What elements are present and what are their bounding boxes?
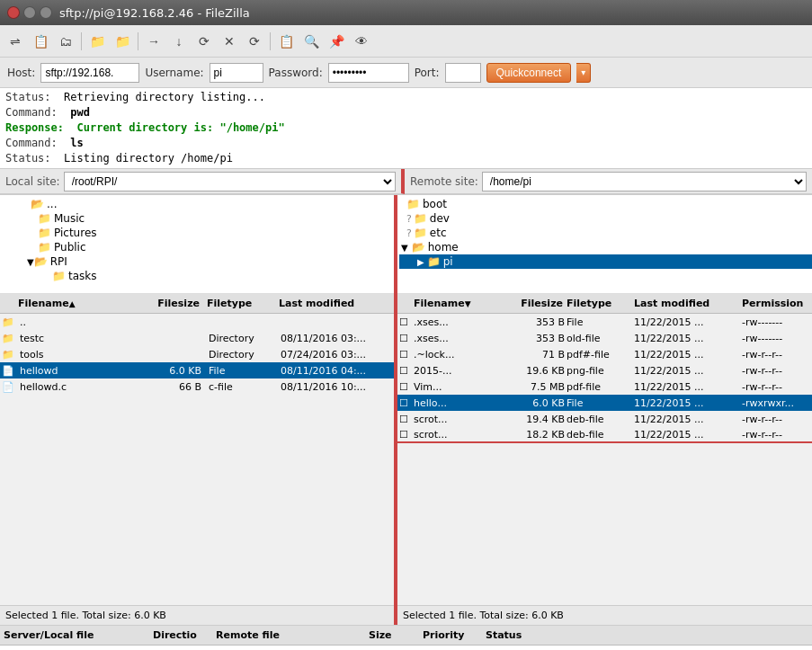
queue-col-direction: Directio: [153, 629, 216, 641]
tree-item-pictures[interactable]: 📁 Pictures: [2, 226, 392, 240]
tree-item-music[interactable]: 📁 Music: [2, 211, 392, 226]
remote-row-hello[interactable]: ☐ hello... 6.0 KB File 11/22/2015 ... -r…: [397, 395, 812, 411]
remote-row-vim[interactable]: ☐ Vim... 7.5 MB pdf-file 11/22/2015 ... …: [397, 378, 812, 395]
remote-site-path[interactable]: /home/pi: [482, 172, 807, 191]
toolbar-btn-refresh-remote[interactable]: 📁: [111, 30, 134, 53]
log-label-4: Command:: [5, 137, 58, 149]
local-file-rows: 📁 .. 📁 testc Directory 08/11/2016 03:...…: [0, 314, 394, 395]
toolbar-btn-search[interactable]: 🔍: [299, 30, 323, 53]
port-input[interactable]: [445, 63, 481, 83]
toolbar-btn-download[interactable]: ↓: [167, 30, 191, 53]
local-filetree: 📂 ... 📁 Music 📁 Pictures 📁 Public ▼: [0, 195, 394, 294]
local-row-hellowd-c[interactable]: 📄 hellowd.c 66 B c-file 08/11/2016 10:..…: [0, 378, 394, 395]
folder-icon-pi: 📁: [427, 255, 441, 268]
queue-header: Server/Local file Directio Remote file S…: [0, 626, 812, 646]
toolbar-btn-sitemanager[interactable]: 🗂: [54, 30, 77, 53]
queue-row-server[interactable]: 🖥 sftp://pi@192.168.2....: [0, 646, 812, 650]
toolbar-btn-reconnect[interactable]: ⟳: [243, 30, 266, 53]
local-row-testc[interactable]: 📁 testc Directory 08/11/2016 03:...: [0, 330, 394, 346]
maximize-button[interactable]: [40, 6, 52, 19]
local-row-tools[interactable]: 📁 tools Directory 07/24/2016 03:...: [0, 346, 394, 362]
remote-row-scrot1[interactable]: ☐ scrot... 19.4 KB deb-file 11/22/2015 .…: [397, 411, 812, 427]
toolbar-btn-copy[interactable]: 📋: [274, 30, 298, 53]
quickconnect-button[interactable]: Quickconnect: [486, 63, 572, 83]
remote-file-table: Filename ▼ Filesize Filetype Last modifi…: [397, 294, 812, 605]
log-text-3: Current directory is: "/home/pi": [76, 121, 284, 134]
remote-row-scrot2[interactable]: ☐ scrot... 18.2 KB deb-file 11/22/2015 .…: [397, 427, 812, 443]
col-modified[interactable]: Last modified: [275, 298, 392, 309]
tree-item-home[interactable]: ▼ 📂 home: [399, 240, 812, 254]
toolbar-btn-cancel[interactable]: ✕: [218, 30, 241, 53]
queue-col-priority: Priority: [423, 629, 486, 641]
local-file-table: Filename ▲ Filesize Filetype Last modifi…: [0, 294, 394, 605]
remote-row-lock[interactable]: ☐ .~lock... 71 B pdf#-file 11/22/2015 ..…: [397, 346, 812, 362]
local-row-dotdot[interactable]: 📁 ..: [0, 314, 394, 330]
tree-item-public[interactable]: 📁 Public: [2, 240, 392, 254]
toolbar: ⇌ 📋 🗂 📁 📁 → ↓ ⟳ ✕ ⟳ 📋 🔍 📌 👁: [0, 25, 812, 58]
remote-sitebar: Remote site: /home/pi: [405, 169, 812, 194]
toolbar-btn-compare[interactable]: 👁: [350, 30, 373, 53]
log-line-1: Status: Retrieving directory listing...: [5, 90, 807, 105]
toolbar-sep-1: [81, 32, 82, 50]
toolbar-btn-sync[interactable]: ⟳: [192, 30, 216, 53]
toolbar-btn-refresh-local[interactable]: 📁: [85, 30, 109, 53]
log-line-2: Command: pwd: [5, 105, 807, 120]
log-area: Status: Retrieving directory listing... …: [0, 88, 812, 169]
file-icon-hellowd-c: 📄: [2, 381, 16, 393]
host-label: Host:: [7, 67, 35, 79]
col-filesize[interactable]: Filesize: [140, 298, 203, 309]
tree-item-boot[interactable]: 📁 boot: [399, 197, 812, 211]
file-icon-vim: ☐: [399, 381, 414, 393]
host-input[interactable]: [40, 63, 139, 83]
file-icon-scrot1: ☐: [399, 414, 414, 425]
expand-icon-rpi: ▼: [27, 257, 34, 267]
toolbar-btn-connect[interactable]: ⇌: [4, 30, 27, 53]
log-label-1: Status:: [5, 91, 51, 103]
remote-col-permission: Permission: [740, 298, 812, 309]
tree-item-rpi[interactable]: ▼ 📂 RPI: [2, 254, 392, 269]
quickconnect-dropdown[interactable]: ▾: [576, 63, 591, 83]
remote-col-filename[interactable]: Filename ▼: [412, 298, 511, 309]
toolbar-btn-bookmarks[interactable]: 📋: [29, 30, 52, 53]
tree-item-pi[interactable]: ▶ 📁 pi: [399, 254, 812, 269]
tree-item-tasks[interactable]: 📁 tasks: [2, 269, 392, 283]
remote-row-2015[interactable]: ☐ 2015-... 19.6 KB png-file 11/22/2015 .…: [397, 362, 812, 378]
minimize-button[interactable]: [23, 6, 36, 19]
remote-status-text: Selected 1 file. Total size: 6.0 KB: [403, 610, 564, 621]
col-filename[interactable]: Filename ▲: [14, 298, 140, 309]
toolbar-btn-upload[interactable]: →: [142, 30, 165, 53]
log-label-3: Response:: [5, 121, 64, 134]
log-text-2: pwd: [70, 106, 90, 119]
log-line-5: Status: Listing directory /home/pi: [5, 151, 807, 166]
window-controls[interactable]: [7, 6, 52, 19]
col-filetype[interactable]: Filetype: [203, 298, 275, 309]
folder-icon-boot: 📁: [406, 198, 420, 210]
local-status: Selected 1 file. Total size: 6.0 KB: [0, 605, 394, 625]
remote-row-xsession-old[interactable]: ☐ .xses... 353 B old-file 11/22/2015 ...…: [397, 330, 812, 346]
folder-icon-etc: 📁: [414, 227, 427, 239]
local-status-text: Selected 1 file. Total size: 6.0 KB: [5, 610, 166, 621]
folder-icon-testc: 📁: [2, 333, 16, 344]
remote-col-filesize[interactable]: Filesize: [511, 298, 565, 309]
tree-item-dots[interactable]: 📂 ...: [2, 197, 392, 211]
remote-col-filetype[interactable]: Filetype: [565, 298, 632, 309]
username-input[interactable]: [210, 63, 263, 83]
folder-icon-tasks: 📁: [52, 270, 66, 282]
folder-icon-music: 📁: [38, 212, 51, 225]
folder-icon-dev: 📁: [414, 212, 427, 225]
remote-status: Selected 1 file. Total size: 6.0 KB: [397, 605, 812, 625]
log-line-4: Command: ls: [5, 136, 807, 151]
file-icon-scrot2: ☐: [399, 429, 414, 441]
log-label-2: Command:: [5, 106, 58, 119]
password-input[interactable]: [328, 63, 409, 83]
close-button[interactable]: [7, 6, 20, 19]
tree-item-dev[interactable]: ? 📁 dev: [399, 211, 812, 226]
folder-icon: 📂: [31, 198, 44, 210]
titlebar: sftp://pi@192.168.2.46 - FileZilla: [0, 0, 812, 25]
remote-row-xsession[interactable]: ☐ .xses... 353 B File 11/22/2015 ... -rw…: [397, 314, 812, 330]
local-row-hellowd[interactable]: 📄 hellowd 6.0 KB File 08/11/2016 04:...: [0, 362, 394, 378]
local-site-path[interactable]: /root/RPI/: [64, 172, 396, 191]
remote-col-modified[interactable]: Last modified: [632, 298, 740, 309]
tree-item-etc[interactable]: ? 📁 etc: [399, 226, 812, 240]
toolbar-btn-filter[interactable]: 📌: [325, 30, 348, 53]
